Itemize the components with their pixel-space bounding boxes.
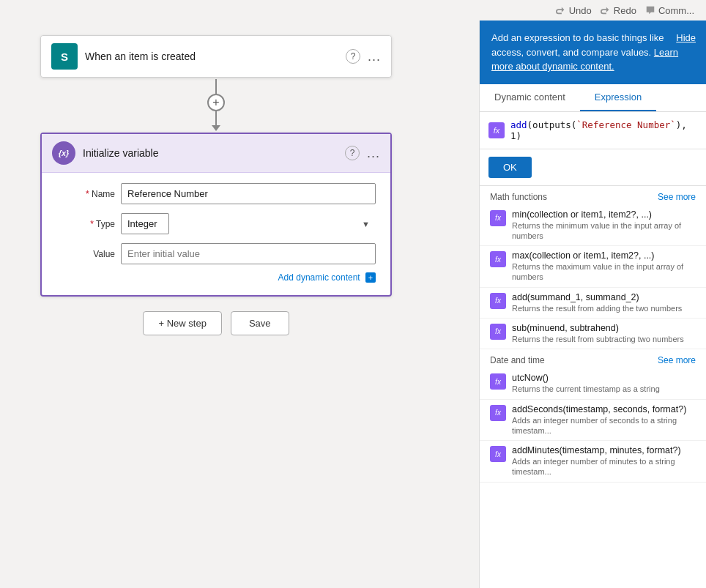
trigger-header: S When an item is created ? ... xyxy=(41,36,391,77)
toolbar: Undo Redo Comm... xyxy=(556,0,706,21)
func-addminutes[interactable]: fx addMinutes(timestamp, minutes, format… xyxy=(480,441,706,483)
func-utcnow-name: utcNow() xyxy=(512,373,696,383)
expression-area: fx add(outputs(`Reference Number`), 1) xyxy=(480,112,706,149)
init-header: {x} Initialize variable ? ... xyxy=(42,134,390,173)
func-addseconds[interactable]: fx addSeconds(timestamp, seconds, format… xyxy=(480,400,706,442)
init-actions: ? ... xyxy=(345,146,380,161)
trigger-actions: ? ... xyxy=(346,49,381,64)
func-max-icon: fx xyxy=(490,251,506,267)
init-help-icon[interactable]: ? xyxy=(345,146,360,160)
func-utcnow[interactable]: fx utcNow() Returns the current timestam… xyxy=(480,368,706,399)
name-input[interactable] xyxy=(121,183,376,204)
name-label: * Name xyxy=(56,189,115,199)
init-variable-icon: {x} xyxy=(52,141,75,165)
save-button[interactable]: Save xyxy=(231,311,289,335)
value-label: Value xyxy=(56,249,115,259)
ok-btn-area: OK xyxy=(480,149,706,186)
connector-line-bottom xyxy=(215,111,217,126)
add-step-button[interactable]: + xyxy=(207,94,225,111)
fx-badge: fx xyxy=(488,122,505,138)
func-sub[interactable]: fx sub(minuend, subtrahend) Returns the … xyxy=(480,319,706,349)
func-sub-name: sub(minuend, subtrahend) xyxy=(512,323,696,333)
connector-1: + xyxy=(207,79,225,131)
tab-dynamic-content[interactable]: Dynamic content xyxy=(480,84,580,111)
redo-icon xyxy=(601,5,611,15)
undo-icon xyxy=(556,5,566,15)
right-panel: Add an expression to do basic things lik… xyxy=(479,21,706,588)
panel-header: Add an expression to do basic things lik… xyxy=(480,21,706,84)
sharepoint-icon: S xyxy=(51,43,78,70)
connector-line-top xyxy=(215,79,217,94)
action-buttons: + New step Save xyxy=(143,311,289,335)
func-utcnow-icon: fx xyxy=(490,373,506,390)
init-variable-card: {x} Initialize variable ? ... * Name * T… xyxy=(40,133,392,297)
value-input[interactable] xyxy=(121,243,376,264)
func-max-desc: Returns the maximum value in the input a… xyxy=(512,261,696,283)
init-title: Initialize variable xyxy=(83,147,338,159)
canvas: S When an item is created ? ... + {x} In… xyxy=(0,21,432,588)
func-add-icon: fx xyxy=(490,293,506,309)
init-body: * Name * Type Integer String Boolean Flo… xyxy=(42,173,390,295)
func-min-name: min(collection or item1, item2?, ...) xyxy=(512,209,696,220)
math-see-more[interactable]: See more xyxy=(658,192,696,202)
datetime-section-header: Date and time See more xyxy=(480,349,706,368)
func-min[interactable]: fx min(collection or item1, item2?, ...)… xyxy=(480,205,706,247)
math-section-header: Math functions See more xyxy=(480,186,706,205)
func-max-name: max(collection or item1, item2?, ...) xyxy=(512,250,696,261)
trigger-more-icon[interactable]: ... xyxy=(368,49,381,64)
name-field-row: * Name xyxy=(56,183,376,204)
type-label: * Type xyxy=(56,219,115,229)
expression-display: add(outputs(`Reference Number`), 1) xyxy=(510,119,697,141)
trigger-card: S When an item is created ? ... xyxy=(40,35,392,78)
functions-list: Math functions See more fx min(collectio… xyxy=(480,186,706,589)
func-utcnow-desc: Returns the current timestamp as a strin… xyxy=(512,384,696,394)
comment-button[interactable]: Comm... xyxy=(645,5,694,16)
func-min-desc: Returns the minimum value in the input a… xyxy=(512,220,696,242)
func-addminutes-desc: Adds an integer number of minutes to a s… xyxy=(512,456,696,477)
trigger-help-icon[interactable]: ? xyxy=(346,49,360,64)
func-addseconds-desc: Adds an integer number of seconds to a s… xyxy=(512,415,696,436)
chevron-down-icon: ▼ xyxy=(362,220,370,228)
func-add-desc: Returns the result from adding the two n… xyxy=(512,303,696,313)
type-select[interactable]: Integer String Boolean Float Array Objec… xyxy=(121,213,169,234)
func-addseconds-name: addSeconds(timestamp, seconds, format?) xyxy=(512,404,696,414)
learn-more-link[interactable]: Learn more about dynamic content. xyxy=(491,47,678,72)
hide-panel-button[interactable]: Hide xyxy=(676,31,696,45)
func-add[interactable]: fx add(summand_1, summand_2) Returns the… xyxy=(480,288,706,319)
func-sub-icon: fx xyxy=(490,324,506,340)
new-step-button[interactable]: + New step xyxy=(143,311,221,335)
math-section-title: Math functions xyxy=(490,192,547,202)
add-dynamic-link[interactable]: Add dynamic content + xyxy=(278,272,376,283)
trigger-title: When an item is created xyxy=(85,51,338,62)
panel-header-text: Add an expression to do basic things lik… xyxy=(491,32,678,72)
add-dynamic-plus-icon: + xyxy=(365,272,376,283)
datetime-see-more[interactable]: See more xyxy=(658,355,696,365)
type-select-wrapper: Integer String Boolean Float Array Objec… xyxy=(121,213,376,234)
value-field-row: Value xyxy=(56,243,376,264)
ok-button[interactable]: OK xyxy=(488,157,532,178)
panel-tabs: Dynamic content Expression xyxy=(480,84,706,112)
func-min-icon: fx xyxy=(490,210,506,226)
func-addseconds-icon: fx xyxy=(490,405,506,421)
undo-button[interactable]: Undo xyxy=(556,5,592,16)
comment-icon xyxy=(645,5,655,15)
connector-arrow xyxy=(212,125,220,131)
datetime-section-title: Date and time xyxy=(490,355,545,365)
add-dynamic-area: Add dynamic content + xyxy=(56,270,376,283)
func-max[interactable]: fx max(collection or item1, item2?, ...)… xyxy=(480,246,706,288)
func-sub-desc: Returns the result from subtracting two … xyxy=(512,334,696,344)
func-addminutes-icon: fx xyxy=(490,446,506,462)
func-add-name: add(summand_1, summand_2) xyxy=(512,292,696,302)
init-more-icon[interactable]: ... xyxy=(367,146,380,161)
type-field-row: * Type Integer String Boolean Float Arra… xyxy=(56,213,376,234)
tab-expression[interactable]: Expression xyxy=(580,84,656,111)
func-addminutes-name: addMinutes(timestamp, minutes, format?) xyxy=(512,445,696,455)
redo-button[interactable]: Redo xyxy=(601,5,636,16)
